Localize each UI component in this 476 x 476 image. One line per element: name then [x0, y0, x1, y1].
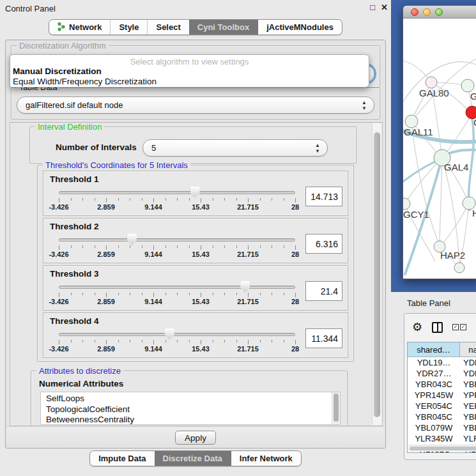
close-traffic-light-icon[interactable] [411, 8, 418, 16]
attribute-list-item[interactable]: BetweennessCentrality [46, 415, 340, 425]
bottom-tab-bar: Impute Data Discretize Data Infer Networ… [0, 450, 391, 466]
popup-option-equal-width-frequency[interactable]: Equal Width/Frequency Discretization [10, 77, 369, 87]
tab-discretize-data[interactable]: Discretize Data [155, 451, 231, 466]
tick-label: 9.144 [144, 298, 162, 305]
top-tab-bar: Network Style Select Cyni Toolbox jActiv… [0, 19, 391, 35]
cell-shared-name[interactable]: YBL079W [408, 422, 460, 433]
split-columns-icon[interactable] [432, 322, 443, 333]
threshold-1-slider[interactable]: -3.4262.8599.14415.4321.71528 [59, 185, 295, 213]
tick-mark [295, 245, 296, 250]
scrollbar-thumb[interactable] [374, 132, 380, 417]
threshold-2-slider[interactable]: -3.4262.8599.14415.4321.71528 [59, 232, 295, 260]
cell-name[interactable]: YBR0 [460, 411, 476, 422]
column-header-name[interactable]: name [460, 342, 476, 357]
node-label: C [473, 117, 476, 128]
float-window-icon[interactable]: □ [370, 3, 375, 12]
network-canvas[interactable]: GAL80GACGAL11GAL4GCY1HHAP2 [403, 19, 476, 279]
cell-shared-name[interactable]: YBR045C [408, 411, 460, 422]
threshold-4-value[interactable]: 11.344 [305, 328, 342, 348]
tick-mark [142, 293, 142, 295]
cell-shared-name[interactable]: YBR043C [408, 379, 460, 390]
slider-handle[interactable] [190, 187, 200, 198]
slider-handle[interactable] [240, 281, 250, 293]
tick-mark [106, 340, 107, 344]
tab-infer-network[interactable]: Infer Network [231, 451, 301, 466]
network-window-titlebar[interactable] [403, 6, 476, 19]
attributes-list-scrollbar[interactable] [332, 392, 340, 424]
apply-button[interactable]: Apply [175, 431, 216, 445]
tick-mark [284, 198, 284, 201]
table-data-select[interactable]: galFiltered.sif default node ▲▼ [17, 96, 374, 114]
table-horizontal-scrollbar[interactable] [408, 445, 476, 452]
minimize-traffic-light-icon[interactable] [423, 8, 431, 16]
attribute-list-item[interactable]: SelfLoops [46, 394, 340, 404]
threshold-4-slider[interactable]: -3.4262.8599.14415.4321.71528 [59, 326, 295, 355]
table-row[interactable]: YER054CYER0 [408, 401, 476, 411]
cell-name[interactable]: YDL1 [460, 357, 476, 368]
cell-shared-name[interactable]: YER054C [408, 401, 460, 411]
cell-shared-name[interactable]: YDR27… [408, 368, 460, 379]
tick-label: 21.715 [237, 298, 259, 305]
tab-network[interactable]: Network [49, 20, 110, 35]
slider-track[interactable] [59, 333, 295, 336]
cell-name[interactable]: YDR2 [460, 368, 476, 379]
cell-shared-name[interactable]: YPR145W [408, 390, 460, 401]
tab-cyni-toolbox[interactable]: Cyni Toolbox [189, 20, 257, 35]
tick-label: 15.43 [192, 203, 210, 211]
table-row[interactable]: YBL079WYBL0 [408, 422, 476, 433]
scrollbar-thumb[interactable] [410, 447, 476, 450]
cell-shared-name[interactable]: YDL19… [408, 357, 460, 368]
threshold-3-label: Threshold 3 [43, 266, 348, 279]
table-row[interactable]: YDR27…YDR2 [408, 368, 476, 379]
cell-name[interactable]: YER0 [460, 401, 476, 411]
slider-handle[interactable] [127, 234, 137, 245]
slider-track[interactable] [59, 238, 295, 242]
threshold-3-value[interactable]: 21.4 [305, 281, 342, 301]
network-node-gal80[interactable] [426, 77, 437, 88]
checked-columns-icon[interactable]: ✓ ✓ [452, 324, 466, 330]
tick-mark [260, 245, 261, 248]
slider-track[interactable] [59, 191, 295, 194]
tab-impute-data[interactable]: Impute Data [90, 451, 154, 466]
tick-mark [95, 293, 95, 295]
slider-scale-labels: -3.4262.8599.14415.4321.71528 [59, 203, 295, 211]
threshold-1-value[interactable]: 14.713 [305, 187, 342, 206]
interval-definition-title: Interval Definition [35, 122, 104, 132]
tab-jactivemnodules[interactable]: jActiveMNodules [257, 20, 342, 35]
tab-style[interactable]: Style [110, 20, 147, 35]
attribute-list-item[interactable]: TopologicalCoefficient [46, 404, 340, 415]
slider-track[interactable] [59, 286, 295, 289]
tab-select[interactable]: Select [147, 20, 188, 35]
popup-option-manual-discretization[interactable]: Manual Discretization [10, 66, 369, 77]
settings-vertical-scrollbar[interactable] [372, 123, 381, 425]
tick-label: 28 [291, 203, 299, 211]
table-row[interactable]: YPR145WYPR1 [408, 390, 476, 401]
cell-name[interactable]: YLR3 [460, 433, 476, 444]
table-row[interactable]: YBR043CYBR0 [408, 379, 476, 390]
threshold-3-slider[interactable]: -3.4262.8599.14415.4321.71528 [59, 279, 295, 307]
scrollbar-thumb[interactable] [334, 394, 339, 422]
table-row[interactable]: YDL19…YDL1 [408, 357, 476, 368]
table-row[interactable]: YLR345WYLR3 [408, 433, 476, 444]
tick-mark [224, 340, 225, 342]
number-of-intervals-select[interactable]: 5 ▲▼ [142, 139, 328, 157]
table-row[interactable]: YBR045CYBR0 [408, 411, 476, 422]
cell-name[interactable]: YBL0 [460, 422, 476, 433]
tick-mark [118, 245, 119, 248]
column-header-shared[interactable]: shared… [408, 342, 460, 357]
tick-mark [82, 293, 83, 295]
network-node[interactable] [454, 263, 464, 273]
slider-handle[interactable] [165, 328, 174, 340]
tick-mark [189, 245, 190, 248]
network-node-ga[interactable] [461, 79, 474, 92]
network-node-gal11[interactable] [405, 115, 418, 128]
cell-name[interactable]: YPR1 [460, 390, 476, 401]
network-node-gcy1[interactable] [403, 198, 410, 210]
gear-icon[interactable]: ⚙ [412, 321, 422, 333]
threshold-2-value[interactable]: 6.316 [305, 234, 342, 254]
cell-name[interactable]: YBR0 [460, 379, 476, 390]
close-window-icon[interactable]: ✕ [381, 3, 388, 12]
zoom-traffic-light-icon[interactable] [435, 8, 443, 16]
threshold-1-box: Threshold 1 -3.4262.8599.14415.4321.7152… [43, 171, 348, 216]
cell-shared-name[interactable]: YLR345W [408, 433, 460, 444]
